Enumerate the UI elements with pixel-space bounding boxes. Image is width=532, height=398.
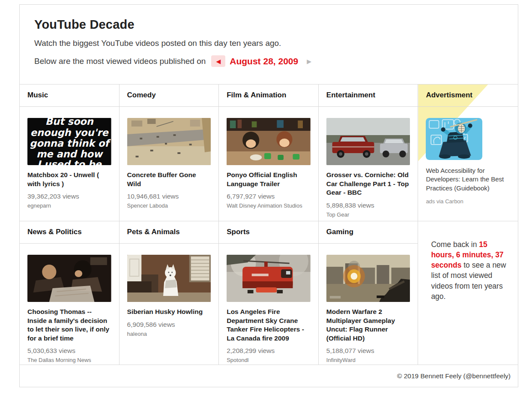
video-views: 6,797,927 views (227, 193, 311, 200)
video-views: 5,030,633 views (27, 347, 111, 355)
sports-video-thumbnail[interactable] (227, 255, 311, 302)
video-title[interactable]: Modern Warfare 2 Multiplayer Gameplay Un… (326, 308, 410, 343)
category-header-entertainment: Entertainment (319, 84, 418, 107)
ad-column: Advertisment (418, 84, 518, 221)
lyric-line: gonna think of (30, 138, 111, 149)
prev-day-button[interactable]: ◀ (211, 55, 225, 67)
video-channel: InfinityWard (326, 357, 410, 363)
lyric-line: I used to be (37, 159, 102, 165)
category-header-pets-animals: Pets & Animals (120, 221, 219, 244)
video-views: 5,188,077 views (326, 347, 410, 355)
category-header-music: Music (20, 84, 120, 107)
video-card-comedy: Concrete Buffer Gone Wild 10,946,681 vie… (120, 107, 219, 221)
ad-card: Web Accessibility for Developers: Learn … (418, 107, 518, 205)
category-header-advertisment: Advertisment (418, 84, 518, 107)
video-title[interactable]: Grosser vs. Corniche: Old Car Challenge … (326, 171, 410, 197)
pets-video-thumbnail[interactable] (127, 255, 211, 302)
category-header-sports: Sports (219, 221, 319, 244)
video-channel: haleona (127, 331, 211, 337)
video-channel: Walt Disney Animation Studios (227, 202, 311, 209)
ad-thumbnail[interactable] (426, 118, 482, 160)
category-header-news-politics: News & Politics (20, 221, 120, 244)
video-card-pets: Siberian Husky Howling 6,909,586 views h… (120, 244, 219, 365)
video-channel: Spotondl (227, 357, 311, 363)
video-views: 5,898,838 views (326, 202, 410, 209)
video-title[interactable]: Los Angeles Fire Department Sky Crane Ta… (227, 308, 311, 343)
news-video-thumbnail[interactable] (27, 255, 111, 302)
lyric-line: me and how (36, 148, 104, 160)
prev-arrow-icon: ◀ (216, 58, 221, 65)
video-channel: egneparn (27, 202, 111, 209)
video-card-news: Choosing Thomas -- Inside a family's dec… (20, 244, 120, 365)
video-card-entertainment: Grosser vs. Corniche: Old Car Challenge … (319, 107, 418, 221)
video-views: 10,946,681 views (127, 193, 211, 200)
lyric-line: enough you're (30, 127, 109, 138)
category-header-comedy: Comedy (120, 84, 219, 107)
countdown-prefix: Come back in (431, 240, 479, 249)
page-subtitle: Watch the biggest YouTube videos posted … (34, 39, 503, 48)
video-card-film: Ponyo Official English Language Trailer … (219, 107, 319, 221)
category-header-film-animation: Film & Animation (219, 84, 319, 107)
next-arrow-icon: ▶ (307, 58, 311, 65)
video-title[interactable]: Ponyo Official English Language Trailer (227, 171, 311, 188)
entertainment-video-thumbnail[interactable] (326, 118, 410, 165)
copyright-text: © 2019 Bennett Feely (@bennettfeely) (397, 372, 511, 380)
video-views: 6,909,586 views (127, 321, 211, 329)
video-card-sports: Los Angeles Fire Department Sky Crane Ta… (219, 244, 319, 365)
comedy-video-thumbnail[interactable] (127, 118, 211, 165)
page-header: YouTube Decade Watch the biggest YouTube… (20, 5, 518, 84)
video-card-music: But soon enough you're gonna think of me… (20, 107, 120, 221)
video-views: 2,208,299 views (227, 347, 311, 355)
video-title[interactable]: Matchbox 20 - Unwell ( with lyrics ) (27, 171, 111, 188)
date-nav: Below are the most viewed videos publish… (34, 55, 503, 67)
countdown-message: Come back in 15 hours, 6 minutes, 37 sec… (418, 221, 518, 365)
video-title[interactable]: Concrete Buffer Gone Wild (127, 171, 211, 188)
category-header-gaming: Gaming (319, 221, 418, 244)
next-day-button[interactable]: ▶ (302, 55, 316, 67)
music-video-thumbnail[interactable]: But soon enough you're gonna think of me… (27, 118, 111, 165)
date-prefix-text: Below are the most viewed videos publish… (34, 57, 206, 66)
ad-attribution[interactable]: ads via Carbon (426, 198, 510, 205)
video-title[interactable]: Choosing Thomas -- Inside a family's dec… (27, 308, 111, 343)
page-title: YouTube Decade (34, 18, 503, 32)
video-channel: Top Gear (326, 211, 410, 218)
lyric-line: But soon (45, 118, 94, 127)
page-container: YouTube Decade Watch the biggest YouTube… (19, 4, 518, 387)
current-date: August 28, 2009 (230, 56, 298, 66)
video-channel: Spencer Laboda (127, 202, 211, 209)
video-title[interactable]: Siberian Husky Howling (127, 308, 211, 317)
page-footer: © 2019 Bennett Feely (@bennettfeely) (20, 365, 518, 387)
gaming-video-thumbnail[interactable] (326, 255, 410, 302)
ad-title[interactable]: Web Accessibility for Developers: Learn … (426, 166, 510, 193)
film-video-thumbnail[interactable] (227, 118, 311, 165)
video-channel: The Dallas Morning News (27, 357, 111, 363)
video-views: 39,362,203 views (27, 193, 111, 200)
video-card-gaming: Modern Warfare 2 Multiplayer Gameplay Un… (319, 244, 418, 365)
video-grid: Music Comedy Film & Animation Entertainm… (20, 84, 518, 365)
